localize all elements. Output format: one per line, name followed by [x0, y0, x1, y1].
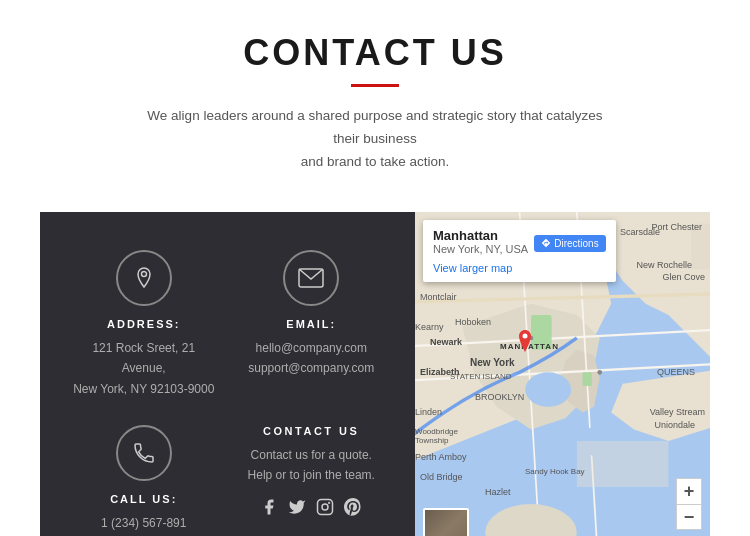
contact-us-cell: CONTACT US Contact us for a quote. Help …	[228, 415, 396, 536]
contact-us-label: CONTACT US	[263, 425, 359, 437]
phone-icon	[132, 441, 156, 465]
email-icon-circle	[283, 250, 339, 306]
svg-point-0	[141, 271, 146, 276]
svg-point-26	[523, 333, 528, 338]
email-icon	[298, 268, 324, 288]
view-larger-map-link[interactable]: View larger map	[433, 262, 512, 274]
subtitle-line1: We align leaders around a shared purpose…	[147, 108, 602, 146]
instagram-icon[interactable]	[316, 498, 334, 521]
call-cell: CALL US: 1 (234) 567-891 1 (234) 987-654	[60, 415, 228, 536]
address-cell: ADDRESS: 121 Rock Sreet, 21 Avenue, New …	[60, 240, 228, 415]
email-cell: EMAIL: hello@company.com support@company…	[228, 240, 396, 415]
thumbnail-image	[425, 510, 467, 536]
map-location-name: Manhattan	[433, 228, 528, 243]
pinterest-icon[interactable]	[344, 498, 362, 521]
directions-button[interactable]: Directions	[534, 235, 605, 252]
zoom-out-button[interactable]: −	[676, 504, 702, 530]
svg-point-17	[525, 372, 571, 406]
twitter-icon[interactable]	[288, 498, 306, 521]
contact-block: ADDRESS: 121 Rock Sreet, 21 Avenue, New …	[40, 212, 710, 536]
zoom-in-button[interactable]: +	[676, 478, 702, 504]
subtitle: We align leaders around a shared purpose…	[135, 105, 615, 174]
address-text: 121 Rock Sreet, 21 Avenue, New York, NY …	[70, 338, 218, 399]
email1-link[interactable]: hello@company.com	[248, 338, 374, 358]
email-label: EMAIL:	[286, 318, 336, 330]
directions-label: Directions	[554, 238, 598, 249]
map-zoom-controls: + −	[676, 478, 702, 530]
email-text: hello@company.com support@company.com	[248, 338, 374, 379]
title-underline	[351, 84, 399, 87]
map-info-header-row: Manhattan New York, NY, USA Directions	[433, 228, 606, 259]
subtitle-line2: and brand to take action.	[301, 154, 450, 169]
svg-rect-16	[583, 372, 592, 386]
svg-point-19	[597, 370, 602, 375]
header-section: CONTACT US We align leaders around a sha…	[0, 0, 750, 194]
map-location-title: Manhattan New York, NY, USA	[433, 228, 528, 259]
call-label: CALL US:	[110, 493, 177, 505]
svg-rect-15	[531, 315, 552, 349]
svg-rect-2	[318, 499, 333, 514]
map-location-subtitle: New York, NY, USA	[433, 243, 528, 255]
map-panel: Yonkers Scarsdale Port Chester New Roche…	[415, 212, 710, 536]
svg-point-3	[322, 504, 328, 510]
social-icons-group	[260, 498, 362, 521]
svg-point-4	[329, 502, 330, 503]
map-pin	[517, 330, 533, 358]
directions-icon	[541, 238, 551, 248]
location-icon	[132, 266, 156, 290]
svg-rect-21	[691, 223, 710, 269]
email2-link[interactable]: support@company.com	[248, 358, 374, 378]
svg-rect-23	[577, 441, 669, 487]
facebook-icon[interactable]	[260, 498, 278, 521]
address-label: ADDRESS:	[107, 318, 180, 330]
address-icon-circle	[116, 250, 172, 306]
map-street-thumbnail	[423, 508, 469, 536]
address-line1: 121 Rock Sreet, 21 Avenue,	[92, 341, 195, 375]
map-info-box: Manhattan New York, NY, USA Directions V…	[423, 220, 616, 282]
call-text: 1 (234) 567-891 1 (234) 987-654	[101, 513, 186, 536]
contact-info-panel: ADDRESS: 121 Rock Sreet, 21 Avenue, New …	[40, 212, 415, 536]
address-line2: New York, NY 92103-9000	[73, 382, 214, 396]
page-title: CONTACT US	[20, 32, 730, 74]
contact-us-description: Contact us for a quote. Help or to join …	[238, 445, 386, 486]
phone1: 1 (234) 567-891	[101, 516, 186, 530]
phone-icon-circle	[116, 425, 172, 481]
